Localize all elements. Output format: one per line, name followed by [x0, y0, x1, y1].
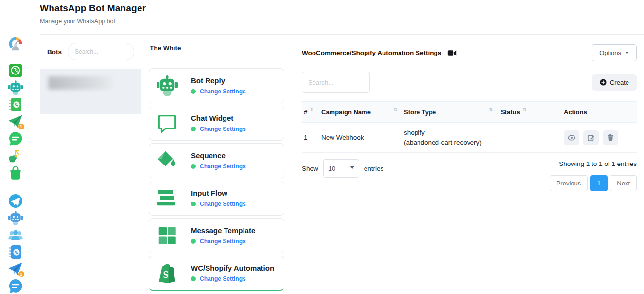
telegram-icon[interactable] — [8, 193, 23, 209]
cell-store-type: shopify (abandoned-cart-recovery) — [404, 128, 501, 147]
status-dot — [191, 276, 196, 281]
notification-badge: 1 — [18, 123, 25, 130]
show-label: Show — [302, 165, 318, 172]
message-template-icon — [156, 224, 178, 247]
settings-column: WooCommerce/Shopify Automation Settings … — [292, 35, 644, 294]
bots-search-input[interactable] — [68, 43, 134, 60]
module-title: WC/Shopify Automation — [191, 264, 274, 272]
module-card-message-template[interactable]: Message Template Change Settings — [149, 218, 284, 253]
whatsapp-broadcast-icon[interactable]: 1 — [8, 114, 23, 129]
view-button[interactable] — [564, 130, 579, 145]
cell-index: 1 — [302, 134, 321, 141]
svg-text:S: S — [163, 269, 168, 279]
sort-icon: ⇅ — [393, 107, 397, 112]
module-card-sequence[interactable]: Sequence Change Settings — [149, 143, 284, 178]
page-subtitle: Manage your WhatsApp bot — [40, 18, 146, 25]
create-button[interactable]: Create — [592, 74, 637, 91]
app-sidebar: 1 1 — [0, 0, 31, 294]
change-settings-link[interactable]: Change Settings — [200, 276, 246, 282]
module-title: Bot Reply — [191, 76, 246, 85]
bot-name-redacted — [48, 76, 112, 90]
page-size-select[interactable]: 10 — [323, 159, 359, 178]
change-settings-link[interactable]: Change Settings — [200, 126, 246, 132]
sort-icon: ⇅ — [523, 107, 527, 112]
status-dot — [191, 164, 196, 169]
input-flow-icon — [156, 187, 178, 209]
selected-bot-title: The White — [150, 44, 284, 52]
module-card-wc-shopify-automation[interactable]: S WC/Shopify Automation Change Settings — [149, 256, 284, 291]
bot-reply-icon — [156, 74, 178, 97]
page-1-button[interactable]: 1 — [590, 175, 608, 191]
column-header-store-type[interactable]: Store Type⇅ — [404, 109, 501, 116]
module-card-input-flow[interactable]: Input Flow Change Settings — [149, 181, 284, 216]
page-title: WhatsApp Bot Manager — [40, 3, 146, 14]
module-card-bot-reply[interactable]: Bot Reply Change Settings — [149, 68, 284, 103]
options-button[interactable]: Options — [592, 44, 637, 61]
status-dot — [191, 239, 196, 244]
video-tutorial-icon[interactable] — [447, 50, 457, 56]
bot-list-item-selected[interactable] — [40, 69, 141, 114]
next-page-button[interactable]: Next — [610, 175, 637, 191]
whatsapp-bot-icon[interactable] — [8, 80, 23, 95]
sort-icon: ⇅ — [310, 107, 314, 112]
shopify-icon: S — [156, 262, 178, 284]
module-title: Input Flow — [191, 189, 246, 197]
module-card-chat-widget[interactable]: Chat Widget Change Settings — [149, 106, 284, 141]
change-settings-link[interactable]: Change Settings — [200, 88, 246, 95]
status-dot — [191, 202, 196, 206]
table-header-row: #⇅ Campaign Name⇅ Store Type⇅ Status⇅ Ac… — [302, 101, 637, 123]
whatsapp-chat-icon[interactable] — [8, 131, 23, 147]
bot-manager-panel: Bots The White Bot Reply Change Settings — [40, 34, 644, 294]
entries-label: entries — [364, 165, 384, 172]
edit-button[interactable] — [583, 130, 599, 145]
change-settings-link[interactable]: Change Settings — [200, 201, 246, 207]
telegram-chat-icon[interactable] — [8, 278, 23, 294]
notification-badge: 1 — [18, 271, 25, 277]
cell-campaign-name: New Webhook — [321, 134, 404, 141]
eye-icon — [568, 134, 575, 142]
cell-actions — [564, 130, 637, 145]
column-header-campaign-name[interactable]: Campaign Name⇅ — [321, 109, 404, 116]
change-settings-link[interactable]: Change Settings — [200, 163, 246, 170]
telegram-contacts-icon[interactable] — [8, 244, 23, 260]
column-header-index[interactable]: #⇅ — [302, 109, 321, 116]
module-title: Sequence — [191, 151, 246, 160]
whatsapp-shop-icon[interactable] — [8, 165, 23, 181]
telegram-broadcast-icon[interactable]: 1 — [8, 261, 23, 277]
sequence-icon — [156, 149, 178, 172]
whatsapp-icon[interactable] — [8, 63, 23, 78]
automation-table: #⇅ Campaign Name⇅ Store Type⇅ Status⇅ Ac… — [302, 101, 637, 153]
dashboard-icon[interactable] — [8, 36, 23, 52]
module-title: Chat Widget — [191, 114, 246, 122]
bots-label: Bots — [47, 48, 62, 55]
settings-title: WooCommerce/Shopify Automation Settings — [302, 49, 441, 56]
edit-icon — [587, 134, 595, 142]
delete-button[interactable] — [603, 130, 618, 145]
telegram-group-icon[interactable] — [8, 227, 23, 243]
previous-page-button[interactable]: Previous — [550, 175, 588, 191]
modules-column: The White Bot Reply Change Settings Chat… — [141, 35, 292, 294]
sort-icon: ⇅ — [489, 107, 493, 112]
table-row: 1 New Webhook shopify (abandoned-cart-re… — [302, 123, 637, 153]
chat-widget-icon — [156, 112, 178, 134]
change-settings-link[interactable]: Change Settings — [200, 238, 246, 245]
entries-summary: Showing 1 to 1 of 1 entries — [559, 160, 637, 167]
trash-icon — [607, 134, 614, 142]
integrations-icon[interactable] — [8, 148, 23, 164]
column-header-status[interactable]: Status⇅ — [501, 109, 564, 116]
pagination: Previous 1 Next — [550, 175, 637, 191]
bots-column: Bots — [40, 35, 141, 294]
module-title: Message Template — [191, 226, 255, 235]
chevron-down-icon — [625, 52, 629, 54]
whatsapp-contacts-icon[interactable] — [8, 97, 23, 112]
plus-circle-icon — [600, 79, 607, 86]
column-header-actions: Actions — [564, 109, 637, 116]
status-dot — [191, 89, 196, 94]
telegram-bot-icon[interactable] — [8, 210, 23, 226]
status-dot — [191, 127, 196, 131]
table-search-input[interactable] — [302, 72, 370, 93]
